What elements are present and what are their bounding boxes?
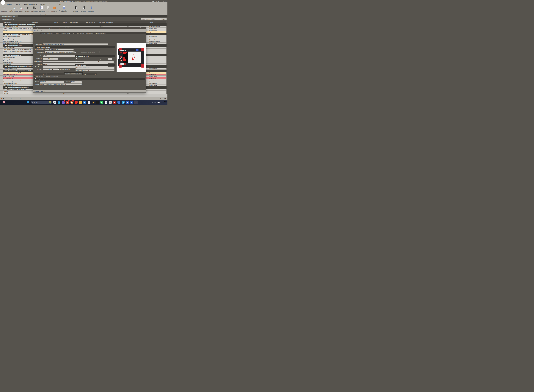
collapse-icon[interactable]: ˅	[4, 55, 4, 56]
group-row[interactable]: ˅Вид оборудования: Вспомогательное обору…	[0, 23, 167, 26]
dropdown-icon[interactable]: ▼	[57, 58, 57, 59]
column-header-Наименование[interactable]: Наименование	[3, 21, 31, 23]
taskbar-app-photos-icon[interactable]: ▣	[53, 101, 57, 104]
taskbar-app-yandex-browser-icon[interactable]: Y	[74, 101, 78, 104]
dropdown-icon[interactable]: ▼	[81, 84, 82, 85]
main-kind-dropdown[interactable]: калибровка▼	[84, 61, 114, 63]
menu-item-4[interactable]: Персонал	[40, 3, 46, 5]
dialog-subtab-3[interactable]: Автоматическое получение данных	[64, 72, 83, 75]
search-button[interactable]: Поиск	[161, 18, 167, 20]
taskbar-clock[interactable]: 15:44 20.08.2025	[161, 101, 167, 104]
ribbon-button-10[interactable]: Списать материалы по штрих-коду	[71, 6, 81, 14]
type-field[interactable]: Средство измерения (СИ)	[45, 49, 74, 50]
collapse-icon[interactable]: ˅	[4, 24, 4, 25]
taskbar-app-telegram-icon[interactable]: ➤	[121, 101, 125, 104]
browse-icon[interactable]: ⋯	[113, 67, 114, 69]
collapse-icon[interactable]: ˅	[4, 45, 4, 46]
dialog-close-button[interactable]: ✕	[144, 27, 145, 29]
wifi-icon[interactable]	[151, 102, 153, 103]
dropdown-icon[interactable]: ▼	[57, 69, 57, 70]
taskbar-app-opera-icon[interactable]: O	[96, 101, 99, 104]
taskbar-app-acrobat-icon[interactable]: ▲	[113, 101, 116, 104]
dialog-tab-4[interactable]: Связанные методы	[60, 32, 72, 34]
column-header-Прекурсор[interactable]: Прекурсор	[107, 21, 149, 23]
dialog-subtab-2[interactable]: Метрологические характеристики	[47, 73, 64, 75]
more-icon[interactable]: ⋯	[114, 43, 115, 44]
ribbon-button-8[interactable]: Управление комплектами	[50, 6, 58, 14]
taskbar-app-star-app-icon[interactable]: ★	[91, 101, 95, 104]
dialog-tab-1[interactable]: Основное	[33, 32, 40, 34]
dropdown-icon[interactable]: ▼	[112, 61, 113, 62]
maximize-button[interactable]: ❐	[163, 0, 164, 2]
collapse-icon[interactable]: ˅	[4, 87, 4, 88]
ip-field[interactable]: 88.88.88.88	[40, 81, 64, 83]
menu-item-5[interactable]: Управление оборудованием	[49, 3, 66, 5]
dialog-tab-5[interactable]: ТО	[72, 32, 75, 34]
location-field[interactable]: Испытательная лаборатория⋯	[76, 67, 114, 69]
column-header-Ед. изм.[interactable]: Ед. изм.	[63, 21, 70, 23]
address-field[interactable]: г. Минск, ул. Сенная. д. 18	[76, 70, 114, 71]
dialog-tab-2[interactable]: Метрологическая оценка	[40, 32, 54, 34]
volume-muted-icon[interactable]	[154, 102, 156, 103]
taskbar-app-app-diamond-icon[interactable]: ◈	[126, 101, 129, 104]
column-filter-icon[interactable]: ▼	[52, 22, 52, 23]
collapse-icon[interactable]: ˅	[4, 70, 4, 71]
tab-equipment-registry[interactable]: Реестр оборудования (30) ✕	[0, 15, 18, 17]
minimize-button[interactable]: ─	[161, 0, 161, 2]
ribbon-button-3[interactable]: ⚙✕Удалить элемент	[18, 6, 24, 14]
collapse-icon[interactable]: ˅	[4, 66, 4, 67]
search-highlight-thumbnail[interactable]	[49, 101, 52, 104]
ribbon-button-12[interactable]: Справочник оборудования	[87, 6, 95, 14]
tray-chevron-icon[interactable]: ⌃	[145, 102, 146, 103]
ribbon-button-4[interactable]: Отметить движение ˅	[24, 6, 31, 14]
not-applied-checkbox[interactable]	[76, 58, 77, 59]
notification-badge[interactable]: 2	[3, 101, 5, 103]
manufacturer-field[interactable]: фирма «ETher NDE Ltd.», Соединенное Коро…	[45, 51, 74, 53]
etalon-checkbox[interactable]	[58, 69, 59, 70]
play-button[interactable]: ▶	[156, 0, 157, 2]
column-header-gutter[interactable]	[0, 21, 3, 23]
collapse-icon[interactable]: ˅	[4, 34, 4, 35]
dialog-tab-6[interactable]: Реестр ремонтов	[75, 32, 86, 34]
taskbar-app-app-j-icon[interactable]: j	[117, 101, 121, 104]
spinner-up-down[interactable]: ▲▼	[112, 58, 114, 60]
menu-item-1[interactable]: Главная	[7, 3, 12, 5]
qr-print-button[interactable]: ▼	[41, 30, 43, 31]
view-documentation-button[interactable]: Просмотреть документацию	[76, 51, 100, 53]
ribbon-button-1[interactable]: ⚙＋Добавить новое оборудование	[0, 6, 8, 14]
name-field[interactable]: Дефектоскопы вихретоковые WeldCheck+	[43, 43, 108, 45]
taskbar-app-settings-icon[interactable]: ⚙	[109, 101, 112, 104]
column-header-Вид материала[interactable]: Вид материала	[70, 21, 86, 23]
dialog-tab-8[interactable]: Журнал перемещения	[94, 32, 107, 34]
menu-item-3[interactable]: Система менеджмента	[23, 3, 37, 5]
ribbon-button-11[interactable]: Отчет по списаниям	[80, 6, 87, 14]
taskbar-app-word-icon[interactable]: W	[130, 101, 134, 104]
barcode-print-button[interactable]: ▼	[37, 30, 39, 31]
taskbar-app-explorer-icon[interactable]: e	[83, 101, 86, 104]
taskbar-search[interactable]: Поиск	[31, 101, 52, 104]
column-header-Действительно до[interactable]: Действительно до	[86, 21, 98, 23]
dialog-tab-3[interactable]: Файлы	[54, 32, 60, 34]
scrollbar-thumb[interactable]	[167, 21, 167, 37]
language-indicator[interactable]: РУС	[148, 102, 150, 103]
column-header-Заводской №[interactable]: Заводской №▼	[31, 21, 53, 23]
taskbar-app-todoist-icon[interactable]: ≡27	[66, 101, 69, 104]
taskbar-app-mail-icon[interactable]: ✉12	[70, 101, 74, 104]
dialog-tab-7[interactable]: Верификация	[86, 32, 94, 34]
ribbon-button-2[interactable]: ⚙Просмотреть карточку элемента	[9, 6, 19, 14]
dialog-subtab-4[interactable]: Юридическая информация	[83, 73, 97, 75]
start-button[interactable]	[27, 101, 30, 104]
ribbon-button-6[interactable]: Отметить повреждение	[38, 6, 46, 14]
tab-close-icon[interactable]: ✕	[16, 16, 17, 17]
group-by-chip[interactable]: Вид оборудования ▲	[1, 18, 15, 20]
taskbar-app-paypal-icon[interactable]: P	[104, 101, 108, 104]
column-header-Статус[interactable]: Статус	[149, 21, 167, 23]
taskbar-app-xlab-lims-icon[interactable]: ✕	[134, 101, 138, 104]
ribbon-button-9[interactable]: Журнал учета движения оборудования	[58, 6, 69, 14]
dialog-maximize-button[interactable]: ❐	[140, 27, 141, 29]
commission-date-field[interactable]: 23.12.2024▼	[43, 69, 58, 70]
ribbon-button-5[interactable]: ✔Пройти верификацию	[31, 6, 38, 14]
dialog-subtab-1[interactable]: Вспомогательные данные	[34, 73, 47, 75]
close-button[interactable]: ✕	[165, 0, 166, 2]
auto-data-checkbox[interactable]	[34, 76, 35, 77]
